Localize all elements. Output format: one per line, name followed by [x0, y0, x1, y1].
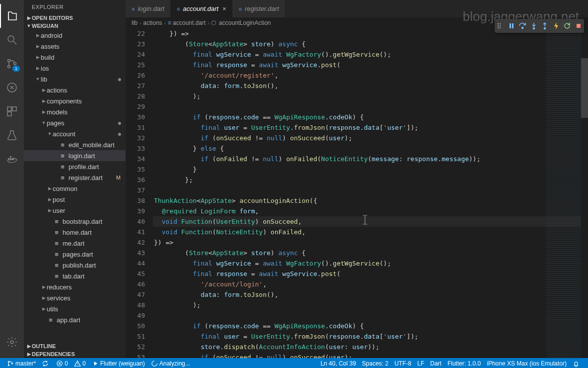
tab-register-dart[interactable]: ≡register.dart — [232, 0, 285, 17]
code-area[interactable]: }) => (Store<AppState> store) async { fi… — [153, 28, 588, 358]
code-line[interactable]: store.dispatch(AccountInfoAction(user: u… — [153, 342, 588, 352]
file-item[interactable]: ≡register.dartM — [24, 172, 126, 183]
code-line[interactable]: if (onFailed != null) onFailed(NoticeEnt… — [153, 154, 588, 164]
scroll-thumb[interactable] — [581, 58, 588, 118]
analyzing[interactable]: Analyzing... — [148, 360, 193, 367]
drag-handle-icon[interactable] — [496, 22, 504, 30]
warnings[interactable]: 0 — [71, 360, 89, 367]
explorer-icon[interactable] — [0, 4, 24, 28]
code-line[interactable]: final response = await wgService.post( — [153, 269, 588, 279]
file-item[interactable]: ≡me.dart — [24, 238, 126, 249]
code-line[interactable]: final wgService = await WgFactory().getW… — [153, 49, 588, 60]
test-icon[interactable] — [0, 123, 24, 147]
step-out-icon[interactable] — [541, 22, 549, 30]
flutter-run[interactable]: Flutter (weiguan) — [89, 360, 148, 367]
code-line[interactable]: '/account/login', — [153, 279, 588, 289]
file-item[interactable]: ≡bootstrap.dart — [24, 216, 126, 227]
code-line[interactable]: (Store<AppState> store) async { — [153, 39, 588, 49]
folder-item[interactable]: ▶services — [24, 292, 126, 303]
notifications-icon[interactable] — [570, 360, 584, 367]
file-item[interactable]: ≡profile.dart — [24, 161, 126, 172]
tab-account-dart[interactable]: ≡account.dart× — [171, 0, 233, 17]
flutter-version[interactable]: Flutter: 1.0.0 — [444, 360, 484, 367]
tab-login-dart[interactable]: ≡login.dart — [126, 0, 171, 17]
folder-item[interactable]: ▶build — [24, 52, 126, 63]
pause-icon[interactable] — [508, 22, 515, 30]
code-line[interactable]: if (onSucceed != null) onSucceed(user); — [153, 352, 588, 358]
sync-icon[interactable] — [39, 360, 53, 367]
folder-item[interactable]: ▶assets — [24, 41, 126, 52]
device[interactable]: iPhone XS Max (ios Emulator) — [484, 360, 570, 367]
step-into-icon[interactable] — [530, 22, 538, 30]
docker-icon[interactable] — [0, 147, 24, 171]
folder-item[interactable]: ▶ios — [24, 63, 126, 74]
stop-icon[interactable] — [575, 22, 583, 30]
code-line[interactable]: if (onSucceed != null) onSucceed(user); — [153, 133, 588, 143]
close-icon[interactable]: × — [222, 5, 226, 12]
hot-reload-icon[interactable] — [552, 22, 560, 30]
extensions-icon[interactable] — [0, 99, 24, 123]
file-item[interactable]: ≡tab.dart — [24, 271, 126, 281]
git-branch[interactable]: master* — [4, 360, 39, 367]
editor[interactable]: 2223242526272829303132333435363738394041… — [126, 28, 588, 358]
breadcrumb-item[interactable]: ⬡ accountLoginAction — [211, 19, 271, 26]
code-line[interactable] — [153, 310, 588, 321]
section-dependencies[interactable]: ▶DEPENDENCIES — [24, 350, 126, 358]
folder-item[interactable]: ▶post — [24, 194, 126, 205]
folder-item[interactable]: ▼account● — [24, 128, 126, 139]
folder-item[interactable]: ▶components — [24, 95, 126, 106]
indent[interactable]: Spaces: 2 — [359, 360, 391, 367]
section-open-editors[interactable]: ▶OPEN EDITORS — [24, 14, 126, 22]
folder-item[interactable]: ▶utils — [24, 303, 126, 314]
folder-item[interactable]: ▶actions — [24, 85, 126, 95]
code-line[interactable]: ThunkAction<AppState> accountLoginAction… — [153, 195, 588, 206]
section-workspace[interactable]: ▼WEIGUAN — [24, 22, 126, 30]
code-line[interactable]: data: form.toJson(), — [153, 289, 588, 300]
debug-icon[interactable] — [0, 76, 24, 99]
restart-icon[interactable] — [563, 22, 571, 30]
code-line[interactable]: final response = await wgService.post( — [153, 60, 588, 70]
code-line[interactable]: final user = UserEntity.fromJson(respons… — [153, 122, 588, 133]
breadcrumb-item[interactable]: lib — [132, 19, 138, 26]
breadcrumb-item[interactable]: ≡ account.dart — [168, 19, 206, 26]
file-item[interactable]: ≡login.dart — [24, 150, 126, 161]
folder-item[interactable]: ▶user — [24, 205, 126, 216]
source-control-icon[interactable]: 1 — [0, 52, 24, 76]
encoding[interactable]: UTF-8 — [391, 360, 414, 367]
file-item[interactable]: ≡edit_mobile.dart — [24, 139, 126, 150]
code-line[interactable]: (Store<AppState> store) async { — [153, 248, 588, 258]
scrollbar[interactable] — [581, 28, 588, 358]
language[interactable]: Dart — [427, 360, 444, 367]
file-item[interactable]: ≡home.dart — [24, 227, 126, 238]
code-line[interactable]: }) => — [153, 237, 588, 248]
code-line[interactable]: if (response.code == WgApiResponse.codeO… — [153, 321, 588, 331]
code-line[interactable]: void Function(UserEntity) onSucceed, — [153, 216, 588, 227]
code-line[interactable]: '/account/register', — [153, 70, 588, 81]
folder-item[interactable]: ▶android — [24, 30, 126, 41]
settings-icon[interactable] — [0, 330, 24, 354]
code-line[interactable] — [153, 185, 588, 195]
code-line[interactable]: ); — [153, 300, 588, 310]
code-line[interactable]: }; — [153, 175, 588, 185]
code-line[interactable]: void Function(NoticeEntity) onFailed, — [153, 227, 588, 237]
errors[interactable]: 0 — [53, 360, 71, 367]
search-icon[interactable] — [0, 28, 24, 52]
minimap[interactable] — [546, 28, 581, 358]
file-item[interactable]: ≡publish.dart — [24, 260, 126, 271]
folder-item[interactable]: ▶reducers — [24, 281, 126, 292]
cursor-position[interactable]: Ln 40, Col 39 — [317, 360, 359, 367]
code-line[interactable]: data: form.toJson(), — [153, 81, 588, 91]
code-line[interactable]: } else { — [153, 143, 588, 154]
folder-item[interactable]: ▼lib● — [24, 74, 126, 85]
step-over-icon[interactable] — [518, 22, 526, 30]
folder-item[interactable]: ▼pages● — [24, 117, 126, 128]
breadcrumb-item[interactable]: actions — [143, 19, 162, 26]
code-line[interactable]: @required LoginForm form, — [153, 206, 588, 216]
folder-item[interactable]: ▶models — [24, 106, 126, 117]
folder-item[interactable]: ▶common — [24, 183, 126, 194]
section-outline[interactable]: ▶OUTLINE — [24, 342, 126, 350]
file-item[interactable]: ≡app.dart — [24, 314, 126, 325]
code-line[interactable] — [153, 101, 588, 112]
code-line[interactable]: ); — [153, 91, 588, 101]
code-line[interactable]: } — [153, 164, 588, 175]
